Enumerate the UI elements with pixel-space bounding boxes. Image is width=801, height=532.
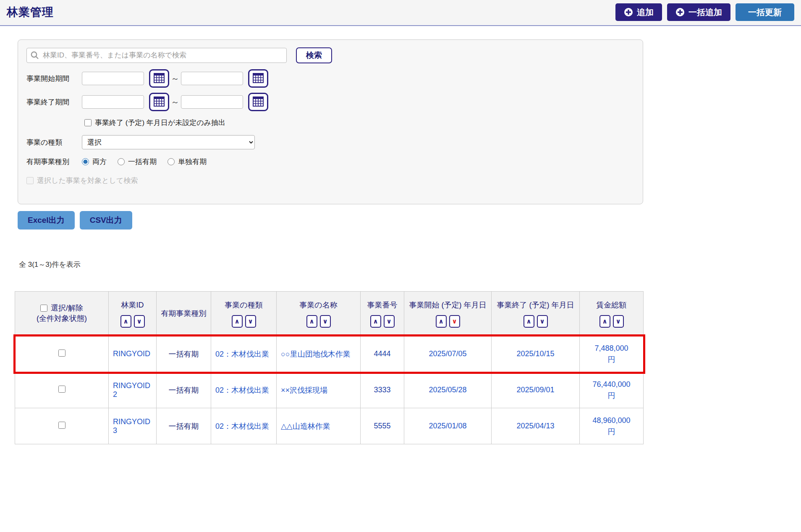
total-wage-value: 48,960,000 円 <box>580 408 644 444</box>
calendar-icon <box>252 73 264 85</box>
row-checkbox[interactable] <box>58 349 65 357</box>
sort-asc-button[interactable]: ∧ <box>232 315 243 328</box>
total-wage-value: 7,488,000 円 <box>580 336 644 372</box>
sort-desc-button[interactable]: ∨ <box>245 315 256 328</box>
business-type-link[interactable]: 02：木材伐出業 <box>211 408 277 444</box>
end-date-value: 2025/04/13 <box>492 408 580 444</box>
start-date-value: 2025/01/08 <box>404 408 492 444</box>
sort-desc-button[interactable]: ∨ <box>613 315 624 328</box>
start-period-label: 事業開始期間 <box>26 74 82 83</box>
select-all-checkbox[interactable] <box>40 305 47 312</box>
start-date-value: 2025/07/05 <box>404 336 492 372</box>
bulk-add-button-label: 一括追加 <box>688 7 722 18</box>
end-period-to-input[interactable] <box>181 95 243 109</box>
calendar-button[interactable] <box>248 69 268 88</box>
search-icon <box>30 51 39 62</box>
add-button[interactable]: 追加 <box>615 3 662 21</box>
calendar-icon <box>153 73 165 85</box>
plus-circle-icon <box>624 8 633 17</box>
result-count: 全 3(1～3)件を表示 <box>19 260 801 269</box>
calendar-icon <box>153 96 165 108</box>
unset-only-checkbox[interactable] <box>84 119 92 126</box>
bulk-update-button-label: 一括更新 <box>748 7 782 18</box>
page-header: 林業管理 追加 一括追加 一括更新 <box>0 0 801 26</box>
calendar-icon <box>252 96 264 108</box>
search-input[interactable] <box>26 48 287 63</box>
end-period-label: 事業終了期間 <box>26 97 82 107</box>
row-checkbox[interactable] <box>58 422 65 429</box>
selected-only-checkbox-label: 選択した事業を対象として検索 <box>26 176 138 185</box>
sort-desc-button[interactable]: ∨ <box>537 315 548 328</box>
search-button[interactable]: 検索 <box>296 47 332 63</box>
sort-desc-button[interactable]: ∨ <box>384 315 395 328</box>
calendar-button[interactable] <box>149 69 169 88</box>
search-box <box>26 48 287 63</box>
business-name-link[interactable]: △△山造林作業 <box>277 408 361 444</box>
total-wage-value: 76,440,000 円 <box>580 372 644 408</box>
header-buttons: 追加 一括追加 一括更新 <box>615 3 794 21</box>
term-type-radio-batch[interactable]: 一括有期 <box>118 157 157 167</box>
table-row-highlighted: RINGYOID 一括有期 02：木材伐出業 ○○里山団地伐木作業 4444 2… <box>15 336 644 372</box>
end-date-value: 2025/09/01 <box>492 372 580 408</box>
term-type-value: 一括有期 <box>157 372 211 408</box>
header-total-wage: 賃金総額 ∧ ∨ <box>580 292 644 336</box>
business-type-select[interactable]: 選択 <box>82 135 255 149</box>
table-row: RINGYOID2 一括有期 02：木材伐出業 ××沢伐採現場 3333 202… <box>15 372 644 408</box>
end-date-value: 2025/10/15 <box>492 336 580 372</box>
calendar-button[interactable] <box>149 93 169 111</box>
forestry-id-link[interactable]: RINGYOID3 <box>109 408 157 444</box>
unset-only-checkbox-label[interactable]: 事業終了 (予定) 年月日が未設定のみ抽出 <box>84 118 225 128</box>
header-select-all: 選択/解除 (全件対象状態) <box>15 292 109 336</box>
selected-only-checkbox <box>26 177 34 184</box>
term-type-value: 一括有期 <box>157 336 211 372</box>
business-name-link[interactable]: ○○里山団地伐木作業 <box>277 336 361 372</box>
search-panel: 検索 事業開始期間 ～ 事業終了期間 ～ <box>18 39 643 204</box>
term-type-radio-single[interactable]: 単独有期 <box>168 157 207 167</box>
sort-desc-button[interactable]: ∨ <box>320 315 331 328</box>
sort-asc-button[interactable]: ∧ <box>306 315 317 328</box>
header-end-date: 事業終了 (予定) 年月日 ∧ ∨ <box>492 292 580 336</box>
bulk-update-button[interactable]: 一括更新 <box>736 3 794 21</box>
table-row: RINGYOID3 一括有期 02：木材伐出業 △△山造林作業 5555 202… <box>15 408 644 444</box>
start-period-to-input[interactable] <box>181 72 243 85</box>
term-type-label: 有期事業種別 <box>26 157 82 167</box>
business-number-value: 3333 <box>361 372 404 408</box>
header-business-type: 事業の種類 ∧ ∨ <box>211 292 277 336</box>
export-buttons: Excel出力 CSV出力 <box>18 211 801 229</box>
add-button-label: 追加 <box>637 7 654 18</box>
header-term-type: 有期事業種別 <box>157 292 211 336</box>
page-title: 林業管理 <box>7 5 54 20</box>
header-business-name: 事業の名称 ∧ ∨ <box>277 292 361 336</box>
business-number-value: 4444 <box>361 336 404 372</box>
business-number-value: 5555 <box>361 408 404 444</box>
sort-asc-button[interactable]: ∧ <box>599 315 610 328</box>
business-type-label: 事業の種類 <box>26 138 82 147</box>
end-period-from-input[interactable] <box>82 95 144 109</box>
calendar-button[interactable] <box>248 93 268 111</box>
sort-asc-button[interactable]: ∧ <box>524 315 534 328</box>
sort-desc-button-active[interactable]: ∨ <box>449 315 460 328</box>
sort-asc-button[interactable]: ∧ <box>370 315 381 328</box>
sort-asc-button[interactable]: ∧ <box>120 315 131 328</box>
sort-desc-button[interactable]: ∨ <box>134 315 145 328</box>
range-separator: ～ <box>171 96 179 108</box>
sort-asc-button[interactable]: ∧ <box>436 315 447 328</box>
range-separator: ～ <box>171 73 179 84</box>
row-checkbox[interactable] <box>58 386 65 393</box>
header-business-number: 事業番号 ∧ ∨ <box>361 292 404 336</box>
business-type-link[interactable]: 02：木材伐出業 <box>211 372 277 408</box>
business-type-link[interactable]: 02：木材伐出業 <box>211 336 277 372</box>
bulk-add-button[interactable]: 一括追加 <box>667 3 730 21</box>
business-name-link[interactable]: ××沢伐採現場 <box>277 372 361 408</box>
start-date-value: 2025/05/28 <box>404 372 492 408</box>
header-forestry-id: 林業ID ∧ ∨ <box>109 292 157 336</box>
forestry-id-link[interactable]: RINGYOID <box>109 336 157 372</box>
term-type-radio-both[interactable]: 両方 <box>82 157 107 167</box>
csv-export-button[interactable]: CSV出力 <box>80 211 132 229</box>
excel-export-button[interactable]: Excel出力 <box>18 211 75 229</box>
start-period-from-input[interactable] <box>82 72 144 85</box>
term-type-value: 一括有期 <box>157 408 211 444</box>
plus-circle-icon <box>675 8 685 17</box>
forestry-id-link[interactable]: RINGYOID2 <box>109 372 157 408</box>
header-start-date: 事業開始 (予定) 年月日 ∧ ∨ <box>404 292 492 336</box>
